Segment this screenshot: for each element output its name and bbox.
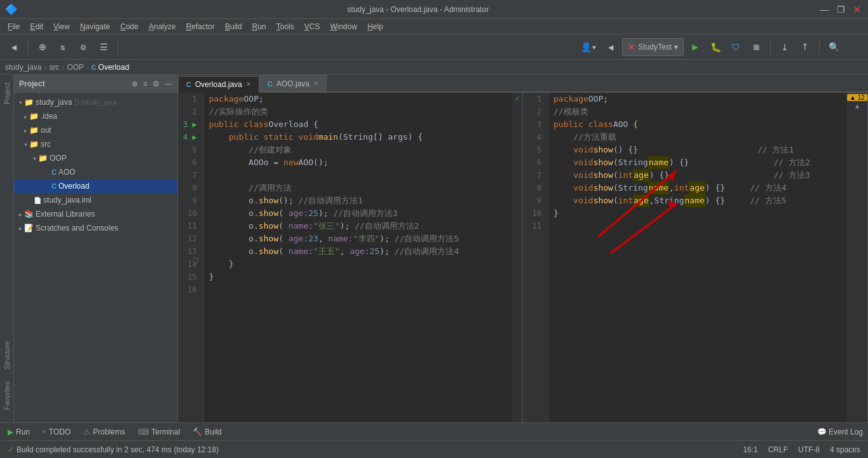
build-tab[interactable]: 🔨 Build (190, 426, 224, 438)
problems-tab[interactable]: ⚠ Problems (81, 426, 128, 438)
favorites-tab-button[interactable]: Favorites (2, 376, 12, 415)
line-col-status[interactable]: 16:1 (743, 445, 757, 454)
menu-build[interactable]: Build (220, 21, 247, 32)
event-log-link[interactable]: 💬 Event Log (817, 428, 863, 436)
overload-code-lines[interactable]: package OOP; //实际操作的类 public class Overl… (204, 93, 512, 422)
overload-line-numbers: 1 2 3 ▶ 4 ▶ 5 6 7 8 9 10 11 12 1 (178, 93, 204, 422)
aoo-tab-close[interactable]: ✕ (313, 80, 318, 87)
terminal-tab-label: Terminal (151, 428, 180, 436)
code-line-4: public static void main(String[] args) { (209, 131, 507, 144)
run-button[interactable]: ▶ (686, 38, 704, 56)
editor-area: C Overload.java ✕ C AOO.java ✕ 1 (178, 75, 868, 422)
menu-view[interactable]: View (48, 21, 75, 32)
minimize-button[interactable]: — (818, 4, 830, 15)
run-tab[interactable]: ▶ Run (5, 426, 32, 438)
aoo-line-7: void show(int age) {} // 方法3 (553, 169, 842, 182)
menu-window[interactable]: Window (325, 21, 362, 32)
aoo-line-5: void show() {} // 方法1 (553, 144, 842, 156)
scroll-up-icon[interactable]: ▲ (855, 102, 859, 109)
bc-study-java[interactable]: study_java (5, 63, 41, 72)
idea-folder-icon: 📁 (29, 112, 39, 121)
profile-button[interactable]: 👤▾ (578, 38, 599, 56)
tree-item-overload[interactable]: C Overload (14, 179, 177, 193)
tree-label-out: out (41, 126, 51, 135)
sync-button[interactable]: ⇅ (54, 38, 72, 56)
aoo-line-10: } (553, 207, 842, 220)
bc-overload[interactable]: C Overload (92, 63, 129, 72)
debug-button[interactable]: 🐛 (707, 38, 724, 56)
code-line-2: //实际操作的类 (209, 105, 507, 118)
project-panel-minimize-icon[interactable]: — (165, 79, 172, 88)
menu-tools[interactable]: Tools (271, 21, 299, 32)
project-panel-add-icon[interactable]: ⊕ (132, 79, 138, 88)
maximize-button[interactable]: ❐ (835, 4, 846, 15)
bc-oop[interactable]: OOP (67, 63, 84, 72)
terminal-icon: ⌨ (138, 428, 149, 436)
menu-refactor[interactable]: Refactor (181, 21, 220, 32)
checkmark-icon: ✓ (515, 94, 519, 103)
project-panel-title: Project (19, 79, 126, 88)
project-panel-settings-icon[interactable]: ⚙ (153, 79, 159, 88)
close-button[interactable]: ✕ (851, 4, 863, 15)
toolbar-right: 👤▾ ◀ ✕ StudyTest ▾ ▶ 🐛 🛡 ⏹ ⤓ ⤒ 🔍 (578, 38, 863, 56)
menu-file[interactable]: File (3, 21, 25, 32)
tree-item-iml[interactable]: 📄 study_java.iml (14, 193, 177, 207)
search-button[interactable]: 🔍 (825, 38, 843, 56)
git-push-button[interactable]: ⤒ (796, 38, 814, 56)
project-panel-list-icon[interactable]: ≡ (143, 79, 147, 88)
tree-item-ext-libs[interactable]: 📚 External Libraries (14, 207, 177, 221)
undo-button[interactable]: ◀ (602, 38, 620, 56)
menu-bar: File Edit View Navigate Code Analyze Ref… (0, 19, 868, 34)
event-log-label: Event Log (829, 428, 863, 436)
tab-overload[interactable]: C Overload.java ✕ (178, 76, 259, 93)
tab-aoo[interactable]: C AOO.java ✕ (259, 75, 327, 91)
tree-item-oop[interactable]: 📁 OOP (14, 151, 177, 165)
tree-label-scratches: Scratches and Consoles (36, 224, 118, 232)
menu-navigate[interactable]: Navigate (75, 21, 115, 32)
bc-src[interactable]: src (49, 63, 59, 72)
run-tab-label: Run (16, 428, 30, 436)
oop-folder-icon: 📁 (38, 154, 48, 163)
tree-item-src[interactable]: 📁 src (14, 137, 177, 151)
tree-label-root: study_java D:\study_java (36, 98, 116, 107)
encoding-status[interactable]: UTF-8 (798, 445, 820, 454)
menu-run[interactable]: Run (247, 21, 271, 32)
add-button[interactable]: ⊕ (34, 38, 51, 56)
indent-status[interactable]: 4 spaces (830, 445, 860, 454)
coverage-button[interactable]: 🛡 (727, 38, 745, 56)
back-button[interactable]: ◀ (5, 38, 23, 56)
tree-item-aoo[interactable]: C AOO (14, 165, 177, 179)
tree-item-scratches[interactable]: 📝 Scratches and Consoles (14, 221, 177, 235)
project-tab-button[interactable]: Project (2, 77, 12, 109)
menu-edit[interactable]: Edit (25, 21, 48, 32)
overload-code-body: 1 2 3 ▶ 4 ▶ 5 6 7 8 9 10 11 12 1 (178, 93, 522, 422)
terminal-tab[interactable]: ⌨ Terminal (135, 426, 182, 438)
tree-label-src: src (41, 140, 51, 149)
aoo-code-lines[interactable]: package OOP; //模板类 public class AOO { //… (548, 93, 847, 422)
tree-item-root[interactable]: 📁 study_java D:\study_java (14, 95, 177, 109)
tree-arrow-idea (24, 113, 27, 120)
tree-item-idea[interactable]: 📁 .idea (14, 109, 177, 123)
line-sep-status[interactable]: CRLF (768, 445, 788, 454)
todo-tab-label: TODO (49, 428, 71, 436)
run-config-selector[interactable]: ✕ StudyTest ▾ (622, 38, 684, 56)
menu-analyze[interactable]: Analyze (144, 21, 181, 32)
separator-4 (819, 39, 820, 55)
collapse-button[interactable]: ☰ (95, 38, 112, 56)
window-controls: — ❐ ✕ (818, 4, 863, 15)
settings2-button[interactable] (845, 38, 863, 56)
menu-help[interactable]: Help (362, 21, 388, 32)
stop-button[interactable]: ⏹ (747, 38, 765, 56)
todo-tab[interactable]: ≡ TODO (40, 426, 73, 438)
run-icon: ▶ (8, 428, 13, 436)
git-update-button[interactable]: ⤓ (776, 38, 794, 56)
structure-tab-button[interactable]: Structure (2, 336, 12, 375)
menu-vcs[interactable]: VCS (299, 21, 325, 32)
tree-item-out[interactable]: 📁 out (14, 123, 177, 137)
overload-tab-close[interactable]: ✕ (246, 81, 251, 88)
code-line-15: } (209, 271, 507, 283)
settings-button[interactable]: ⚙ (74, 38, 92, 56)
menu-code[interactable]: Code (115, 21, 144, 32)
tree-label-aoo: AOO (58, 168, 76, 177)
code-line-1: package OOP; (209, 93, 507, 105)
